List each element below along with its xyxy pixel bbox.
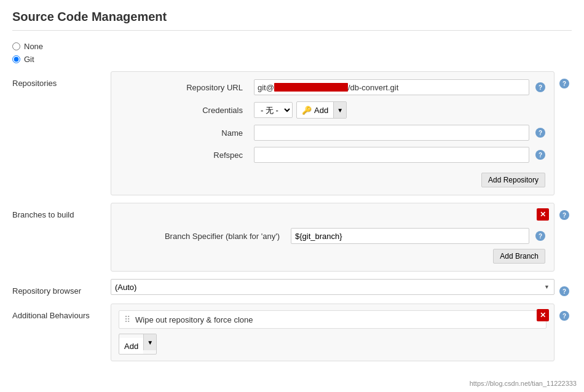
credentials-row: Credentials - 无 - 🔑 Add ▼ — [120, 101, 545, 119]
repo-url-input-wrap: git@/db-convert.git ? — [254, 79, 545, 95]
refspec-help-icon[interactable]: ? — [535, 150, 545, 160]
repo-browser-content: (Auto) githubweb gitblit gitiles gitlab — [111, 279, 554, 295]
add-repository-button[interactable]: Add Repository — [481, 173, 545, 187]
scm-options: None Git — [12, 42, 572, 64]
repositories-help-icon[interactable]: ? — [559, 79, 569, 88]
refspec-input-wrap: ? — [254, 147, 545, 163]
name-row: Name ? — [120, 125, 545, 141]
none-label: None — [24, 42, 43, 51]
repo-browser-help-icon[interactable]: ? — [559, 286, 569, 296]
page-container: Source Code Management None Git Reposito… — [0, 0, 584, 392]
repositories-content: Repository URL git@/db-convert.git ? Cre… — [111, 71, 554, 195]
repo-browser-section: Repository browser (Auto) githubweb gitb… — [12, 279, 572, 296]
repo-browser-select-wrapper: (Auto) githubweb gitblit gitiles gitlab — [111, 279, 554, 295]
branches-help-icon[interactable]: ? — [559, 210, 569, 220]
refspec-row: Refspec ? — [120, 147, 545, 163]
repo-url-field-container: git@/db-convert.git — [254, 79, 529, 95]
additional-behaviours-section-help: ? — [554, 304, 572, 321]
branches-section-help: ? — [554, 203, 572, 220]
url-redacted-block — [274, 83, 348, 92]
branch-specifier-help-icon[interactable]: ? — [535, 231, 545, 241]
refspec-label: Refspec — [120, 151, 249, 160]
branch-specifier-label: Branch Specifier (blank for 'any') — [120, 232, 286, 241]
add-branch-btn-container: Add Branch — [120, 244, 545, 264]
branch-specifier-input[interactable] — [291, 228, 529, 244]
repo-browser-section-help: ? — [554, 279, 572, 296]
add-behaviour-button[interactable]: Add — [119, 338, 143, 354]
additional-behaviours-label: Additional Behaviours — [12, 304, 111, 320]
credentials-select[interactable]: - 无 - — [254, 102, 293, 118]
add-credentials-label: Add — [314, 106, 328, 115]
name-input[interactable] — [254, 125, 529, 141]
repo-url-row: Repository URL git@/db-convert.git ? — [120, 79, 545, 95]
name-input-wrap: ? — [254, 125, 545, 141]
branches-label: Branches to build — [12, 203, 111, 219]
repositories-box: Repository URL git@/db-convert.git ? Cre… — [111, 71, 554, 195]
repo-url-help-icon[interactable]: ? — [535, 82, 545, 92]
branch-specifier-input-wrap: ? — [291, 228, 545, 244]
branches-content: ✕ Branch Specifier (blank for 'any') ? A… — [111, 203, 554, 272]
additional-behaviours-box: ✕ ⠿ Wipe out repository & force clone Ad… — [111, 304, 554, 361]
git-radio-option: Git — [12, 55, 572, 64]
repo-browser-select[interactable]: (Auto) githubweb gitblit gitiles gitlab — [111, 279, 554, 295]
name-help-icon[interactable]: ? — [535, 128, 545, 138]
watermark: https://blog.csdn.net/tian_11222333 — [470, 380, 577, 387]
refspec-input[interactable] — [254, 147, 529, 163]
add-credentials-dropdown-arrow[interactable]: ▼ — [333, 102, 346, 118]
drag-handle-icon: ⠿ — [124, 315, 130, 324]
repo-url-suffix: /db-convert.git — [348, 83, 398, 92]
add-behaviour-label: Add — [124, 342, 138, 351]
branches-box: ✕ Branch Specifier (blank for 'any') ? A… — [111, 203, 554, 272]
behaviour-item: ⠿ Wipe out repository & force clone — [119, 310, 547, 329]
branches-section: Branches to build ✕ Branch Specifier (bl… — [12, 203, 572, 272]
key-icon: 🔑 — [302, 106, 312, 115]
repo-url-display: git@/db-convert.git — [258, 83, 398, 92]
add-behaviour-btn-group: Add ▼ — [119, 334, 157, 355]
behaviour-label: Wipe out repository & force clone — [135, 315, 253, 324]
remove-branch-button[interactable]: ✕ — [537, 208, 549, 221]
add-behaviour-dropdown-arrow[interactable]: ▼ — [143, 334, 156, 350]
additional-behaviours-content: ✕ ⠿ Wipe out repository & force clone Ad… — [111, 304, 554, 361]
credentials-label: Credentials — [120, 106, 249, 115]
repo-browser-label: Repository browser — [12, 279, 111, 296]
git-radio[interactable] — [12, 55, 20, 63]
repo-url-label: Repository URL — [120, 83, 249, 92]
additional-behaviours-section: Additional Behaviours ✕ ⠿ Wipe out repos… — [12, 304, 572, 361]
add-repo-btn-container: Add Repository — [120, 169, 545, 187]
add-credentials-btn-group: 🔑 Add ▼ — [296, 101, 347, 119]
additional-behaviours-help-icon[interactable]: ? — [559, 311, 569, 321]
none-radio[interactable] — [12, 42, 20, 50]
credentials-controls: - 无 - 🔑 Add ▼ — [254, 101, 347, 119]
repositories-section-help: ? — [554, 71, 572, 88]
name-label: Name — [120, 128, 249, 138]
add-branch-button[interactable]: Add Branch — [493, 249, 545, 264]
remove-behaviour-button[interactable]: ✕ — [537, 309, 549, 321]
repositories-label: Repositories — [12, 71, 111, 88]
git-label: Git — [24, 55, 34, 64]
none-radio-option: None — [12, 42, 572, 51]
branch-specifier-row: Branch Specifier (blank for 'any') ? — [120, 228, 545, 244]
repo-url-prefix: git@ — [258, 83, 274, 92]
add-credentials-button[interactable]: 🔑 Add — [297, 102, 333, 118]
page-title: Source Code Management — [12, 10, 572, 31]
repositories-section: Repositories Repository URL git@/db-conv… — [12, 71, 572, 195]
